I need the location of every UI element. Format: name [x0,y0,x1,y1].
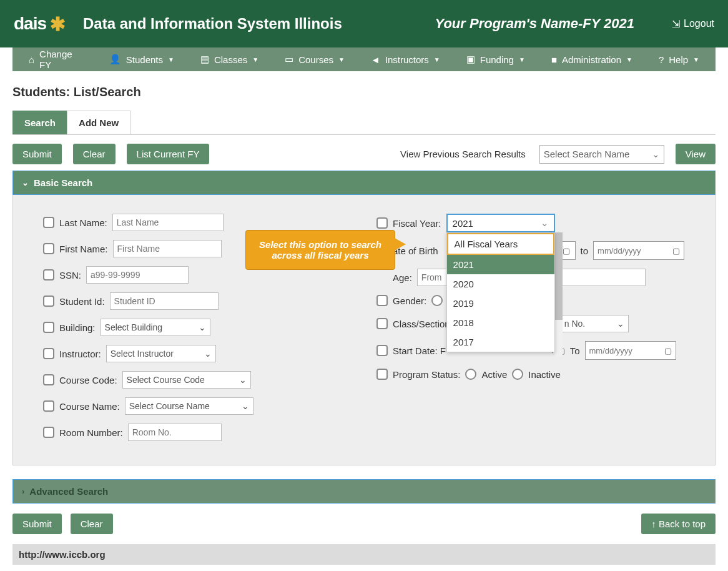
gender-label: Gender: [393,295,426,306]
nav-instructors[interactable]: ◄ Instructors ▼ [361,49,450,70]
course-name-placeholder: Select Course Name [129,401,210,411]
fy-option-2019[interactable]: 2019 [447,294,554,313]
start-date-to-placeholder: mm/dd/yyyy [589,346,632,355]
list-current-fy-button[interactable]: List Current FY [127,144,210,164]
chevron-down-icon: ⌄ [617,319,624,329]
money-icon: ▣ [466,54,475,65]
fy-option-2018[interactable]: 2018 [447,313,554,332]
student-id-checkbox[interactable] [43,295,54,307]
footer-link[interactable]: http://www.iccb.org [12,544,716,565]
fy-option-2021[interactable]: 2021 [447,255,554,274]
app-title: Data and Information System Illinois [83,15,435,32]
program-status-checkbox[interactable] [376,369,388,380]
class-section-select[interactable]: n No. ⌄ [560,315,629,332]
course-name-checkbox[interactable] [43,400,54,412]
advanced-search-header[interactable]: › Advanced Search [12,479,716,504]
nav-help[interactable]: ? Help ▼ [649,49,709,70]
logo-star-icon: ✱ [50,13,66,35]
fiscal-year-value: 2021 [453,218,473,229]
chevron-right-icon: › [22,487,24,496]
chevron-down-icon: ⌄ [199,322,206,332]
tab-add-new[interactable]: Add New [67,111,130,134]
nav-students[interactable]: 👤 Students ▼ [99,49,184,70]
calendar-icon: ▢ [563,246,570,256]
course-name-select[interactable]: Select Course Name ⌄ [125,397,253,415]
nav-funding[interactable]: ▣ Funding ▼ [456,49,535,70]
gender-checkbox[interactable] [376,295,388,306]
room-number-checkbox[interactable] [43,427,54,438]
start-date-to-input[interactable]: mm/dd/yyyy ▢ [585,341,676,360]
nav-classes[interactable]: ▤ Classes ▼ [190,49,268,70]
view-button[interactable]: View [676,144,716,164]
building-select[interactable]: Select Building ⌄ [101,319,210,336]
nav-students-label: Students [126,54,163,65]
basic-search-body: Select this option to search across all … [12,195,716,465]
class-section-checkbox[interactable] [376,318,388,329]
logo: dais ✱ [14,13,66,35]
callout-text: Select this option to search across all … [259,239,381,261]
instructor-select[interactable]: Select Instructor ⌄ [106,345,216,362]
fy-scrollbar-thumb[interactable] [555,232,563,320]
caret-down-icon: ▼ [168,56,174,63]
submit-button-bottom[interactable]: Submit [12,514,62,534]
home-icon: ⌂ [29,54,34,65]
nav-change-fy-label: Change FY [39,49,83,70]
clear-button[interactable]: Clear [73,144,116,164]
start-date-checkbox[interactable] [376,345,388,356]
ssn-input[interactable] [86,266,189,284]
fiscal-year-checkbox[interactable] [376,217,388,229]
fy-option-2020[interactable]: 2020 [447,274,554,294]
chevron-down-icon: ⌄ [239,375,247,385]
page-title: Students: List/Search [12,85,716,99]
nav-courses[interactable]: ▭ Courses ▼ [275,49,355,70]
last-name-input[interactable] [112,214,224,231]
active-radio[interactable] [465,369,476,380]
age-to-input[interactable] [549,269,646,286]
instructor-label: Instructor: [59,349,101,359]
logout-link[interactable]: ⇲ Logout [672,18,714,30]
basic-search-header[interactable]: ⌄ Basic Search [12,171,716,195]
age-label: Age: [393,272,412,283]
start-date-to-label: To [570,345,580,356]
first-name-input[interactable] [113,240,222,257]
main-nav: ⌂ Change FY 👤 Students ▼ ▤ Classes ▼ ▭ C… [12,47,716,71]
dob-to-input[interactable]: mm/dd/yyyy ▢ [593,241,684,260]
logout-label: Logout [684,18,714,29]
course-code-checkbox[interactable] [43,374,54,385]
fiscal-year-select[interactable]: 2021 ⌄ [446,214,555,232]
gender-radio[interactable] [431,295,443,306]
building-checkbox[interactable] [43,322,54,333]
course-code-label: Course Code: [59,375,117,385]
fy-scrollbar[interactable] [555,232,563,356]
chevron-down-icon: ⌄ [541,217,549,229]
instructor-checkbox[interactable] [43,348,54,359]
person-icon: 👤 [109,54,121,65]
logo-text: dais [14,14,46,34]
arrow-up-icon: ↑ [651,519,656,529]
chevron-down-icon: ⌄ [652,149,660,160]
nav-administration[interactable]: ■ Administration ▼ [541,49,642,70]
back-to-top-button[interactable]: ↑ Back to top [641,514,716,534]
ssn-checkbox[interactable] [43,269,54,281]
nav-change-fy[interactable]: ⌂ Change FY [19,44,93,75]
fy-option-all[interactable]: All Fiscal Years [447,233,554,255]
tab-search[interactable]: Search [12,111,67,134]
course-code-select[interactable]: Select Course Code ⌄ [122,371,251,389]
last-name-label: Last Name: [59,217,107,228]
inactive-radio[interactable] [512,369,523,380]
caret-down-icon: ▼ [626,56,632,63]
clear-button-bottom[interactable]: Clear [71,514,113,534]
prev-search-select[interactable]: Select Search Name ⌄ [539,145,664,164]
nav-help-label: Help [669,54,688,65]
prev-search-placeholder: Select Search Name [544,149,630,159]
first-name-checkbox[interactable] [43,243,54,254]
basic-search-label: Basic Search [34,177,92,188]
class-section-label: Class/Section [393,319,450,329]
fy-option-2017[interactable]: 2017 [447,332,554,352]
submit-button[interactable]: Submit [12,144,62,164]
room-number-input[interactable] [128,424,222,441]
footer-actions: Submit Clear ↑ Back to top [12,514,716,534]
student-id-input[interactable] [110,292,219,310]
last-name-checkbox[interactable] [43,217,54,228]
back-to-top-label: Back to top [659,519,706,529]
